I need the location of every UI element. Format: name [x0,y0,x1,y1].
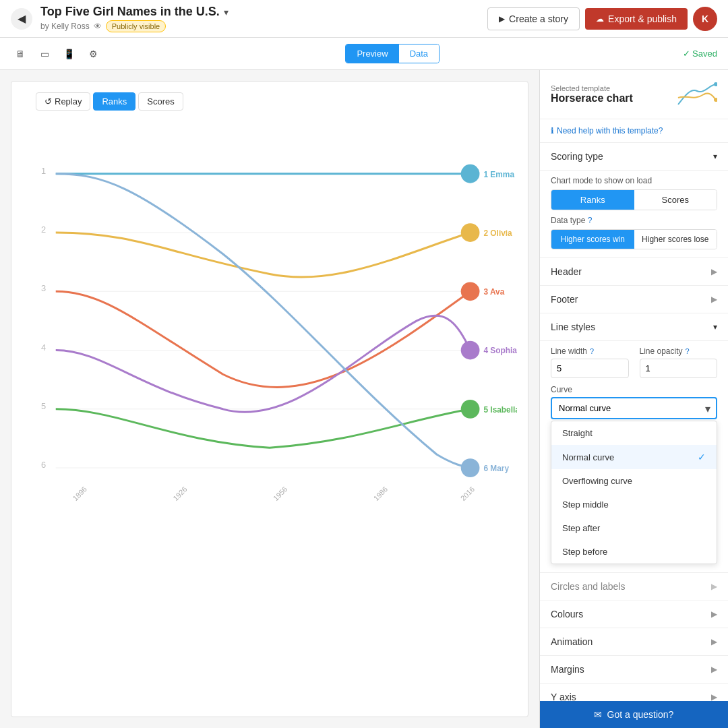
chart-mode-toggle: Ranks Scores [551,189,717,210]
template-preview-icon [677,81,717,108]
y-axis-chevron-icon: ▶ [711,692,717,702]
saved-indicator: ✓ Saved [683,49,717,59]
mobile-icon-button[interactable]: 📱 [59,44,78,63]
export-icon: ☁ [596,14,604,24]
replay-button[interactable]: ↺ Replay [36,92,90,111]
line-opacity-field: Line opacity ? [640,346,718,378]
animation-section[interactable]: Animation ▶ [540,628,728,656]
dropdown-item-normal[interactable]: Normal curve ✓ [551,445,717,469]
header-chevron-icon: ▶ [711,267,717,276]
line-opacity-input[interactable] [640,359,718,378]
title-row: Top Five Girl Names in the U.S. ▾ [40,5,479,19]
svg-text:1986: 1986 [372,485,390,502]
title-area: Top Five Girl Names in the U.S. ▾ by Kel… [40,5,479,32]
tab-preview[interactable]: Preview [346,44,398,63]
svg-point-19 [461,223,480,242]
svg-text:5 Isabella: 5 Isabella [483,405,517,415]
scoring-type-section-header[interactable]: Scoring type ▾ [540,143,728,171]
line-opacity-label: Line opacity ? [640,346,718,356]
dropdown-item-straight-label: Straight [562,428,593,438]
line-width-input[interactable] [551,359,629,378]
header-section[interactable]: Header ▶ [540,258,728,286]
line-styles-section-header[interactable]: Line styles ▾ [540,313,728,341]
main-area: ↺ Replay Ranks Scores 1 2 3 4 5 6 1896 1… [0,70,728,728]
dropdown-item-step-middle[interactable]: Step middle [551,493,717,516]
colours-section[interactable]: Colours ▶ [540,601,728,628]
svg-point-17 [461,164,480,183]
desktop-icon-button[interactable]: 🖥 [11,44,30,63]
back-button[interactable]: ◀ [11,8,32,30]
svg-text:6: 6 [41,460,46,470]
line-width-help-icon[interactable]: ? [590,347,594,355]
higher-lose-button[interactable]: Higher scores lose [634,230,717,249]
svg-point-21 [461,282,480,301]
view-tabs: Preview Data [345,44,439,63]
line-opacity-help-icon[interactable]: ? [686,347,690,355]
svg-point-29 [714,82,717,86]
right-panel: Selected template Horserace chart ℹ Need… [539,70,728,728]
footer-label: Footer [551,294,578,305]
dropdown-item-straight[interactable]: Straight [551,421,717,445]
data-type-label: Data type ? [551,216,717,225]
curve-select[interactable]: Normal curve [551,397,717,419]
header-label: Header [551,266,582,277]
colours-label: Colours [551,609,583,619]
scoring-type-chevron-icon: ▾ [713,152,717,161]
chart-controls: ↺ Replay Ranks Scores [36,92,517,111]
line-width-field: Line width ? [551,346,629,378]
topbar: ◀ Top Five Girl Names in the U.S. ▾ by K… [0,0,728,38]
tablet-icon-button[interactable]: ▭ [35,44,54,63]
ranks-button[interactable]: Ranks [93,92,135,111]
help-text-label: Need help with this template? [557,126,663,135]
footer-section[interactable]: Footer ▶ [540,286,728,313]
author-row: by Kelly Ross 👁 Publicly visible [40,20,479,32]
replay-icon: ↺ [44,96,52,107]
dropdown-item-overflowing[interactable]: Overflowing curve [551,469,717,493]
footer-chevron-icon: ▶ [711,295,717,304]
canvas: ↺ Replay Ranks Scores 1 2 3 4 5 6 1896 1… [0,70,539,728]
higher-win-button[interactable]: Higher scores win [551,230,634,249]
svg-text:4 Sophia: 4 Sophia [483,346,517,356]
template-header: Selected template Horserace chart [540,70,728,119]
svg-text:1896: 1896 [71,485,88,502]
data-type-help-icon[interactable]: ? [588,216,593,225]
animation-label: Animation [551,636,593,647]
dropdown-item-step-before-label: Step before [562,547,607,557]
svg-text:1: 1 [41,166,46,176]
create-story-button[interactable]: ▶ Create a story [487,7,580,30]
scores-button[interactable]: Scores [138,92,183,111]
export-publish-button[interactable]: ☁ Export & publish [585,8,688,30]
ranks-toggle-button[interactable]: Ranks [551,190,634,210]
chart-mode-label: Chart mode to show on load [551,176,717,185]
svg-text:1926: 1926 [171,485,189,502]
line-styles-label: Line styles [551,322,595,332]
scores-toggle-button[interactable]: Scores [634,190,717,210]
dropdown-item-overflowing-label: Overflowing curve [562,476,632,486]
circles-labels-section[interactable]: Circles and labels ▶ [540,573,728,601]
svg-text:1956: 1956 [272,485,289,502]
help-link[interactable]: ℹ Need help with this template? [540,119,728,143]
chart-svg: 1 2 3 4 5 6 1896 1926 1956 1986 2016 [36,119,517,510]
dropdown-item-step-before[interactable]: Step before [551,540,717,564]
got-question-button[interactable]: ✉ Got a question? [539,701,728,728]
template-label: Selected template [551,84,677,92]
colours-chevron-icon: ▶ [711,609,717,619]
svg-text:6 Mary: 6 Mary [483,464,509,473]
margins-section[interactable]: Margins ▶ [540,656,728,684]
curve-label: Curve [551,385,717,394]
svg-point-25 [461,400,480,419]
svg-text:3: 3 [41,283,46,293]
dropdown-item-step-middle-label: Step middle [562,499,609,510]
svg-text:1 Emma: 1 Emma [483,170,514,179]
tab-data[interactable]: Data [399,44,439,63]
circles-labels-label: Circles and labels [551,581,626,592]
title-dropdown-button[interactable]: ▾ [224,7,229,18]
svg-text:5: 5 [41,401,46,411]
create-label: Create a story [509,13,568,24]
line-width-opacity-row: Line width ? Line opacity ? [551,346,717,378]
settings-icon-button[interactable]: ⚙ [84,44,102,63]
export-label: Export & publish [608,13,677,24]
dropdown-item-step-after[interactable]: Step after [551,516,717,540]
svg-point-27 [461,458,480,477]
dropdown-item-normal-label: Normal curve [562,452,614,462]
